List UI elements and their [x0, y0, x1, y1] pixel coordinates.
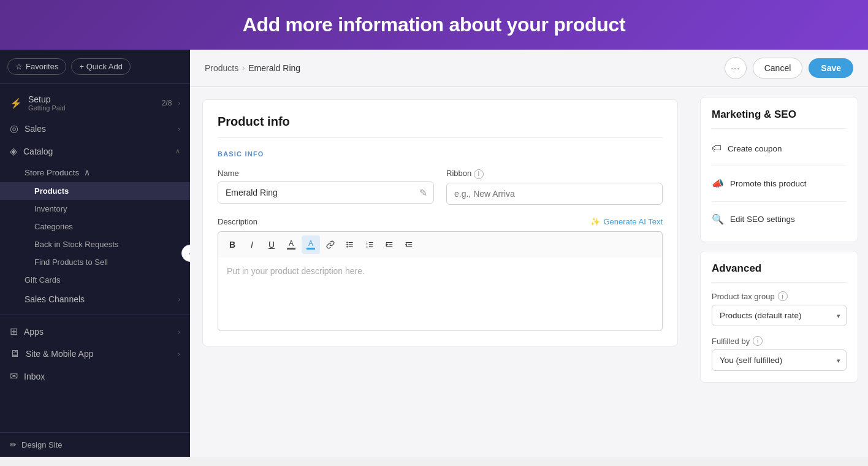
- tax-group-select[interactable]: Products (default rate) Reduced rate Zer…: [712, 305, 847, 326]
- top-banner: Add more information about your product: [0, 0, 868, 50]
- quick-add-button[interactable]: + Quick Add: [71, 58, 130, 75]
- sidebar-item-inventory[interactable]: Inventory: [0, 200, 190, 218]
- generate-ai-button[interactable]: ✨ Generate AI Text: [590, 217, 663, 226]
- tax-group-label: Product tax group i: [712, 291, 847, 301]
- catalog-icon: ◈: [10, 145, 17, 157]
- svg-point-2: [346, 243, 348, 245]
- center-panel: Product info BASIC INFO Name ✎: [190, 87, 690, 457]
- cancel-button[interactable]: Cancel: [753, 58, 803, 78]
- sidebar-item-catalog[interactable]: ◈ Catalog ∧: [0, 140, 190, 162]
- svg-point-0: [346, 242, 348, 243]
- description-group: Description ✨ Generate AI Text B I U: [218, 217, 663, 331]
- star-icon: ☆: [15, 62, 23, 71]
- chevron-right-icon: ›: [178, 296, 180, 303]
- banner-text: Add more information about your product: [243, 13, 626, 36]
- advanced-title: Advanced: [712, 262, 847, 283]
- product-info-card: Product info BASIC INFO Name ✎: [202, 99, 678, 346]
- inbox-icon: ✉: [10, 370, 18, 382]
- right-panel: Marketing & SEO 🏷 Create coupon 📣 Promot…: [690, 87, 868, 457]
- chevron-up-icon: ∧: [84, 167, 90, 177]
- fulfilled-by-select[interactable]: You (self fulfilled) Third party: [712, 350, 847, 371]
- sidebar-item-apps[interactable]: ⊞ Apps ›: [0, 320, 190, 343]
- chevron-right-icon: ›: [178, 350, 180, 357]
- sidebar-top-actions: ☆ Favorites + Quick Add: [0, 50, 190, 84]
- sidebar-item-back-in-stock[interactable]: Back in Stock Requests: [0, 235, 190, 253]
- indent-button[interactable]: [380, 235, 398, 254]
- marketing-seo-card: Marketing & SEO 🏷 Create coupon 📣 Promot…: [700, 97, 858, 242]
- promote-product-button[interactable]: 📣 Promote this product: [712, 172, 847, 195]
- design-site-button[interactable]: ✏ Design Site: [0, 432, 190, 457]
- sidebar-item-find-products[interactable]: Find Products to Sell: [0, 253, 190, 271]
- more-options-button[interactable]: ···: [725, 57, 747, 79]
- sidebar-item-gift-cards[interactable]: Gift Cards: [0, 271, 190, 289]
- bold-button[interactable]: B: [223, 235, 242, 254]
- tax-group-select-wrapper: Products (default rate) Reduced rate Zer…: [712, 305, 847, 326]
- link-button[interactable]: [321, 235, 340, 254]
- coupon-icon: 🏷: [712, 143, 721, 154]
- name-input[interactable]: [218, 182, 413, 203]
- chevron-right-icon: ›: [178, 99, 180, 107]
- underline-button[interactable]: U: [262, 235, 281, 254]
- advanced-card: Advanced Product tax group i Products (d…: [700, 251, 858, 383]
- chevron-right-icon: ›: [178, 328, 180, 335]
- sidebar-item-sales-channels[interactable]: Sales Channels ›: [0, 289, 190, 310]
- tax-info-icon[interactable]: i: [778, 291, 788, 301]
- favorites-button[interactable]: ☆ Favorites: [7, 58, 66, 75]
- product-info-title: Product info: [218, 115, 663, 138]
- basic-info-label: BASIC INFO: [218, 150, 663, 158]
- ribbon-group: Ribbon i: [446, 169, 663, 205]
- name-ribbon-row: Name ✎ Ribbon i: [218, 169, 663, 205]
- highlight-button[interactable]: A: [302, 235, 320, 254]
- svg-point-4: [346, 246, 348, 247]
- breadcrumb-products[interactable]: Products: [205, 63, 238, 73]
- edit-seo-button[interactable]: 🔍 Edit SEO settings: [712, 208, 847, 231]
- content-area: Product info BASIC INFO Name ✎: [190, 87, 868, 457]
- promote-icon: 📣: [712, 178, 724, 189]
- sidebar-item-sales[interactable]: ◎ Sales ›: [0, 117, 190, 140]
- store-products-section: Store Products ∧ Products Inventory Cate…: [0, 162, 190, 271]
- breadcrumb: Products › Emerald Ring: [205, 63, 720, 73]
- sidebar-item-inbox[interactable]: ✉ Inbox: [0, 365, 190, 388]
- ribbon-label: Ribbon i: [446, 169, 663, 179]
- sidebar-item-products[interactable]: Products: [0, 182, 190, 200]
- fulfilled-by-select-wrapper: You (self fulfilled) Third party ▾: [712, 350, 847, 371]
- svg-text:3.: 3.: [366, 245, 368, 248]
- description-label: Description: [218, 217, 257, 226]
- save-button[interactable]: Save: [809, 58, 853, 78]
- top-bar: Products › Emerald Ring ··· Cancel Save: [190, 50, 868, 87]
- editor-toolbar: B I U A A: [218, 231, 663, 258]
- chevron-right-icon: ›: [178, 125, 180, 132]
- numbered-list-button[interactable]: 1. 2. 3.: [360, 235, 379, 254]
- marketing-seo-title: Marketing & SEO: [712, 109, 847, 129]
- sidebar: ☆ Favorites + Quick Add ‹ ⚡ Setup Gettin…: [0, 50, 190, 457]
- description-label-row: Description ✨ Generate AI Text: [218, 217, 663, 226]
- sidebar-item-categories[interactable]: Categories: [0, 218, 190, 235]
- ai-icon: ✨: [590, 217, 600, 226]
- sales-icon: ◎: [10, 123, 18, 134]
- outdent-button[interactable]: [400, 235, 418, 254]
- italic-button[interactable]: I: [243, 235, 261, 254]
- ribbon-input[interactable]: [446, 183, 663, 205]
- pencil-icon: ✏: [10, 440, 17, 449]
- top-bar-actions: ··· Cancel Save: [725, 57, 853, 79]
- bullet-list-button[interactable]: [341, 235, 359, 254]
- monitor-icon: 🖥: [10, 348, 20, 359]
- description-editor[interactable]: Put in your product description here.: [218, 258, 663, 331]
- ribbon-info-icon[interactable]: i: [474, 169, 484, 179]
- seo-icon: 🔍: [712, 213, 724, 225]
- sidebar-item-site-mobile[interactable]: 🖥 Site & Mobile App ›: [0, 343, 190, 365]
- breadcrumb-current: Emerald Ring: [248, 63, 300, 73]
- name-label: Name: [218, 169, 434, 178]
- main-content: Products › Emerald Ring ··· Cancel Save …: [190, 50, 868, 457]
- create-coupon-button[interactable]: 🏷 Create coupon: [712, 137, 847, 159]
- sidebar-item-setup[interactable]: ⚡ Setup Getting Paid 2/8 ›: [0, 89, 190, 117]
- apps-icon: ⊞: [10, 326, 18, 337]
- name-input-wrapper: ✎: [218, 181, 434, 204]
- store-products-header[interactable]: Store Products ∧: [0, 162, 190, 182]
- fulfilled-info-icon[interactable]: i: [753, 336, 763, 346]
- font-color-button[interactable]: A: [282, 235, 300, 254]
- name-group: Name ✎: [218, 169, 434, 205]
- sidebar-nav: ⚡ Setup Getting Paid 2/8 › ◎ Sales › ◈ C…: [0, 84, 190, 432]
- chevron-up-icon: ∧: [175, 147, 180, 155]
- edit-icon: ✎: [413, 187, 433, 199]
